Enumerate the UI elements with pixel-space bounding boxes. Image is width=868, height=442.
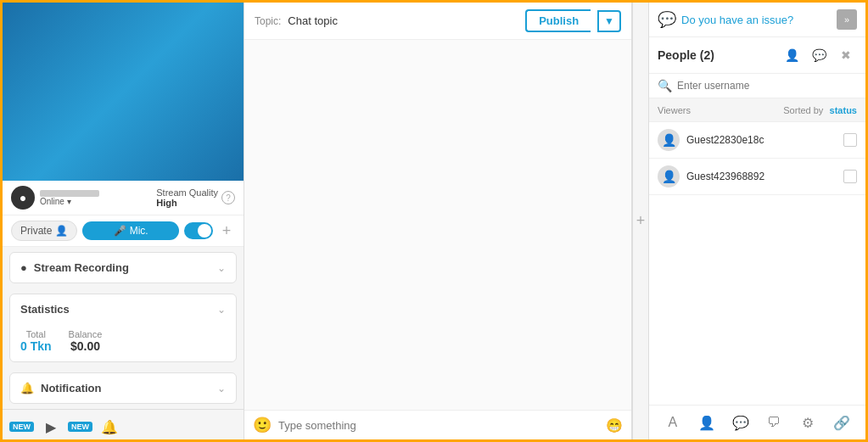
mic-button[interactable]: 🎤 Mic.	[82, 221, 179, 240]
add-panel-button[interactable]: +	[218, 222, 235, 239]
chat-icon-button[interactable]: 🗩	[762, 411, 786, 434]
chat-icon[interactable]: 💬	[808, 44, 830, 66]
new-badge-2: NEW	[68, 422, 92, 432]
chevron-down-icon: ⌄	[217, 383, 226, 394]
topic-value[interactable]: Chat topic	[288, 14, 518, 27]
balance-stat: Balance $0.00	[69, 329, 103, 353]
bell-icon: 🔔	[20, 382, 34, 394]
topic-label: Topic:	[255, 15, 281, 27]
private-button[interactable]: Private 👤	[11, 221, 77, 241]
stream-quality-label: Stream Quality	[156, 187, 218, 198]
total-stat: Total 0 Tkn	[20, 329, 52, 353]
statistics-content: Total 0 Tkn Balance $0.00	[10, 324, 236, 361]
new-badge-1: NEW	[9, 422, 34, 432]
viewer-list: 👤 Guest22830e18c 👤 Guest423968892	[649, 122, 865, 195]
streamer-left: ● Online ▾	[11, 186, 99, 210]
viewers-header: Viewers Sorted by status	[649, 98, 865, 122]
left-sidebar: ● Online ▾ Stream Quality High ?	[3, 3, 244, 439]
right-footer: A 👤 💬 🗩 ⚙ 🔗	[649, 405, 865, 439]
stream-quality-block: Stream Quality High ?	[156, 187, 235, 208]
right-header: 💬 Do you have an issue? »	[649, 3, 865, 37]
emoji-button[interactable]: 🙂	[253, 416, 272, 434]
online-status[interactable]: Online ▾	[40, 197, 99, 206]
viewer-avatar: 👤	[658, 129, 680, 151]
total-label: Total	[26, 329, 46, 339]
streamer-name-block: Online ▾	[40, 190, 99, 206]
forward-button[interactable]: »	[837, 9, 857, 30]
notification-panel: 🔔 Notification ⌄	[9, 372, 237, 404]
viewer-row: 👤 Guest423968892	[649, 159, 865, 195]
close-icon[interactable]: ✖	[835, 44, 857, 66]
people-title: People (2)	[658, 48, 714, 62]
chat-header: Topic: Chat topic Publish ▼	[244, 3, 631, 40]
search-bar: 🔍	[649, 74, 865, 98]
play-button[interactable]: ▶	[39, 415, 63, 439]
chevron-down-icon: ⌄	[217, 304, 226, 316]
stream-quality-value: High	[156, 198, 176, 208]
total-value: 0 Tkn	[20, 339, 52, 353]
play-icon: ▶	[46, 419, 56, 435]
chevron-down-icon: ⌄	[217, 262, 226, 274]
bell-icon: 🔔	[101, 419, 118, 435]
person-icon-button[interactable]: 👤	[695, 411, 719, 434]
chat-footer: 🙂 😁	[244, 410, 631, 439]
right-panel: 💬 Do you have an issue? » People (2) 👤 💬…	[649, 3, 865, 439]
statistics-panel: Statistics ⌄ Total 0 Tkn Balance $0.00	[9, 294, 237, 362]
people-actions: 👤 💬 ✖	[781, 44, 857, 66]
settings-icon-button[interactable]: ⚙	[796, 411, 820, 434]
viewer-checkbox[interactable]	[843, 133, 857, 147]
mic-icon: 🎤	[114, 225, 126, 237]
mic-toggle[interactable]	[184, 222, 213, 239]
statistics-label: Statistics	[20, 303, 70, 316]
balance-label: Balance	[69, 329, 103, 339]
statistics-left: Statistics	[20, 303, 70, 316]
chat-input[interactable]	[278, 419, 599, 432]
issue-link[interactable]: Do you have an issue?	[681, 14, 832, 26]
text-icon-button[interactable]: A	[661, 411, 685, 434]
viewer-row: 👤 Guest22830e18c	[649, 122, 865, 159]
balance-value: $0.00	[70, 339, 100, 353]
chat-bubble-icon: 💬	[658, 10, 676, 29]
streamer-name	[40, 190, 99, 197]
notification-label: Notification	[41, 382, 102, 394]
search-input[interactable]	[677, 80, 857, 92]
add-person-icon[interactable]: 👤	[781, 44, 803, 66]
stream-recording-left: ● Stream Recording	[20, 261, 129, 274]
avatar: ●	[11, 186, 35, 210]
video-preview	[3, 3, 244, 181]
bottom-bar: NEW ▶ NEW 🔔	[3, 409, 244, 442]
viewer-checkbox[interactable]	[843, 170, 857, 183]
viewer-avatar: 👤	[658, 165, 680, 187]
stream-recording-panel: ● Stream Recording ⌄	[9, 252, 237, 283]
chat-extras-icon[interactable]: 😁	[606, 417, 623, 434]
viewer-name: Guest423968892	[686, 171, 837, 182]
notification-header[interactable]: 🔔 Notification ⌄	[10, 373, 236, 403]
statistics-header[interactable]: Statistics ⌄	[10, 294, 236, 324]
chat-area: Topic: Chat topic Publish ▼ 🙂 😁	[244, 3, 632, 439]
viewers-label: Viewers	[658, 105, 691, 115]
record-icon: ●	[20, 261, 27, 274]
viewer-name: Guest22830e18c	[686, 134, 837, 146]
controls-bar: Private 👤 🎤 Mic. +	[3, 215, 244, 247]
add-center-button[interactable]: +	[633, 212, 648, 231]
link-icon-button[interactable]: 🔗	[830, 411, 854, 434]
person-icon: 👤	[55, 225, 68, 237]
stream-recording-header[interactable]: ● Stream Recording ⌄	[10, 253, 236, 283]
stream-recording-label: Stream Recording	[34, 261, 129, 274]
notification-left: 🔔 Notification	[20, 382, 102, 394]
streamer-info: ● Online ▾ Stream Quality High ?	[3, 181, 244, 215]
chat-messages	[244, 40, 631, 410]
help-icon[interactable]: ?	[221, 191, 235, 204]
search-icon: 🔍	[658, 79, 672, 92]
sorted-label: Sorted by status	[783, 104, 857, 116]
publish-button[interactable]: Publish	[525, 9, 591, 32]
message-icon-button[interactable]: 💬	[729, 411, 753, 434]
people-header: People (2) 👤 💬 ✖	[649, 37, 865, 74]
bell-button[interactable]: 🔔	[98, 415, 121, 439]
publish-dropdown-button[interactable]: ▼	[597, 10, 621, 32]
